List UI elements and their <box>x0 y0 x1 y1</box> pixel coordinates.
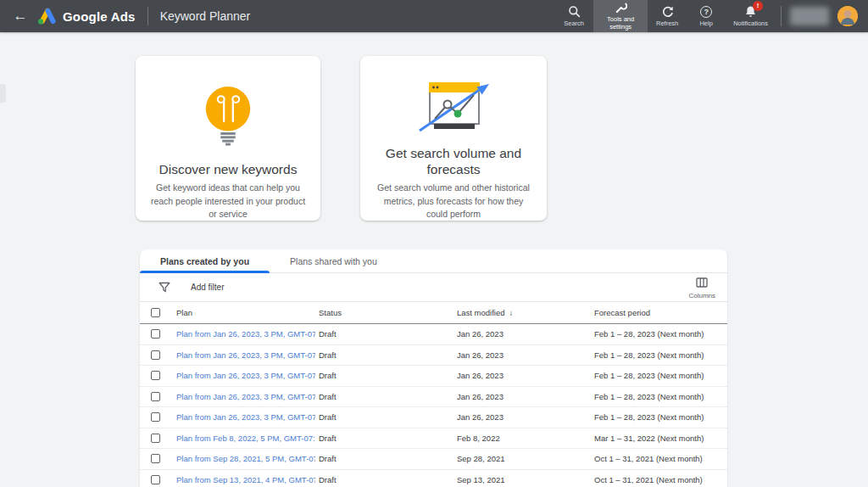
row-checkbox[interactable] <box>151 454 160 463</box>
wrench-icon <box>615 1 627 14</box>
card-description: Get search volume and other historical m… <box>360 182 547 221</box>
plan-forecast-period: Feb 1 – 28, 2023 (Next month) <box>591 350 727 360</box>
brand-name: Google Ads <box>63 9 136 24</box>
refresh-button[interactable]: Refresh <box>648 0 687 32</box>
avatar[interactable] <box>837 6 858 26</box>
plan-status: Draft <box>315 350 453 360</box>
add-filter-button[interactable]: Add filter <box>191 283 224 292</box>
row-checkbox[interactable] <box>151 329 160 339</box>
notifications-button[interactable]: ! Notifications <box>726 0 776 32</box>
select-all-checkbox[interactable] <box>151 308 160 317</box>
card-title: Discover new keywords <box>144 161 313 177</box>
plan-link[interactable]: Plan from Jan 26, 2023, 3 PM, GMT-07:00 <box>176 329 315 339</box>
plan-link[interactable]: Plan from Jan 26, 2023, 3 PM, GMT-07:00 <box>176 350 315 360</box>
plan-link[interactable]: Plan from Jan 26, 2023, 3 PM, GMT-07:00 <box>176 412 315 422</box>
row-checkbox[interactable] <box>151 434 160 443</box>
plan-last-modified: Jan 26, 2023 <box>453 350 591 360</box>
bell-icon: ! <box>744 5 757 18</box>
plans-tabbar: Plans created by you Plans shared with y… <box>140 249 727 273</box>
row-checkbox-cell <box>140 371 170 380</box>
table-row: Plan from Jan 26, 2023, 3 PM, GMT-07:00D… <box>140 387 727 408</box>
title-divider <box>147 7 148 25</box>
row-checkbox[interactable] <box>151 350 160 360</box>
plans-panel: Plans created by you Plans shared with y… <box>140 249 727 487</box>
column-header-last-modified[interactable]: Last modified↓ <box>453 308 591 317</box>
plan-last-modified: Feb 8, 2022 <box>453 434 591 443</box>
plan-link[interactable]: Plan from Jan 26, 2023, 3 PM, GMT-07:00 <box>176 392 315 401</box>
side-panel-handle[interactable] <box>0 84 6 103</box>
plan-link[interactable]: Plan from Sep 28, 2021, 5 PM, GMT-07:00 <box>176 454 315 463</box>
row-checkbox-cell <box>140 412 170 422</box>
discover-new-keywords-card[interactable]: Discover new keywords Get keyword ideas … <box>136 56 320 221</box>
account-info-redacted <box>790 7 829 25</box>
table-body: Plan from Jan 26, 2023, 3 PM, GMT-07:00D… <box>140 324 727 487</box>
column-header-plan[interactable]: Plan <box>170 308 315 317</box>
plan-last-modified: Sep 28, 2021 <box>453 454 591 463</box>
filter-funnel-icon[interactable] <box>159 282 170 294</box>
row-checkbox-cell <box>140 329 170 339</box>
column-header-status[interactable]: Status <box>315 308 453 317</box>
back-arrow-icon[interactable]: ← <box>8 4 32 28</box>
table-row: Plan from Sep 13, 2021, 4 PM, GMT-07:00D… <box>140 470 727 487</box>
tab-plans-created-by-you[interactable]: Plans created by you <box>140 249 270 272</box>
tab-plans-shared-with-you[interactable]: Plans shared with you <box>270 249 398 272</box>
plan-forecast-period: Feb 1 – 28, 2023 (Next month) <box>591 329 727 339</box>
row-checkbox-cell <box>140 454 170 463</box>
tools-and-settings-button[interactable]: Tools and settings <box>593 0 648 32</box>
row-checkbox[interactable] <box>151 412 160 422</box>
row-checkbox[interactable] <box>151 475 160 484</box>
plan-link[interactable]: Plan from Jan 26, 2023, 3 PM, GMT-07:00 <box>176 371 315 380</box>
row-checkbox-cell <box>140 434 170 443</box>
plan-forecast-period: Feb 1 – 28, 2023 (Next month) <box>591 412 727 422</box>
plan-forecast-period: Mar 1 – 31, 2022 (Next month) <box>591 434 727 443</box>
row-checkbox[interactable] <box>151 392 160 401</box>
plan-forecast-period: Oct 1 – 31, 2021 (Next month) <box>591 475 727 484</box>
plan-forecast-period: Feb 1 – 28, 2023 (Next month) <box>591 371 727 380</box>
google-ads-logo-icon <box>36 7 56 25</box>
get-search-volume-card[interactable]: Get search volume and forecasts Get sear… <box>360 56 547 221</box>
filter-bar: Add filter Columns <box>140 273 727 302</box>
plan-last-modified: Jan 26, 2023 <box>453 371 591 380</box>
plan-last-modified: Jan 26, 2023 <box>453 329 591 339</box>
table-row: Plan from Jan 26, 2023, 3 PM, GMT-07:00D… <box>140 366 727 387</box>
plan-link[interactable]: Plan from Sep 13, 2021, 4 PM, GMT-07:00 <box>176 475 315 484</box>
topbar-actions: Search Tools and settings Refresh ? Help… <box>554 0 868 32</box>
help-icon: ? <box>700 5 712 18</box>
page-title: Keyword Planner <box>160 9 251 23</box>
search-button[interactable]: Search <box>554 0 593 32</box>
card-description: Get keyword ideas that can help you reac… <box>136 182 320 221</box>
table-row: Plan from Sep 28, 2021, 5 PM, GMT-07:00D… <box>140 449 727 470</box>
table-row: Plan from Jan 26, 2023, 3 PM, GMT-07:00D… <box>140 407 727 428</box>
plan-status: Draft <box>315 412 453 422</box>
plan-link[interactable]: Plan from Feb 8, 2022, 5 PM, GMT-07:00 <box>176 434 315 443</box>
lightbulb-icon <box>198 78 258 156</box>
row-checkbox[interactable] <box>151 371 160 380</box>
sort-descending-icon: ↓ <box>509 308 514 317</box>
topbar-divider <box>781 6 782 26</box>
plan-forecast-period: Oct 1 – 31, 2021 (Next month) <box>591 454 727 463</box>
plan-status: Draft <box>315 475 453 484</box>
topbar-left: ← Google Ads Keyword Planner <box>0 0 250 32</box>
columns-icon <box>696 276 708 291</box>
row-checkbox-cell <box>140 350 170 360</box>
row-checkbox-cell <box>140 392 170 401</box>
plan-forecast-period: Feb 1 – 28, 2023 (Next month) <box>591 392 727 401</box>
plan-status: Draft <box>315 371 453 380</box>
select-all-cell <box>140 308 170 317</box>
plan-last-modified: Jan 26, 2023 <box>453 392 591 401</box>
plan-status: Draft <box>315 434 453 443</box>
top-app-bar: ← Google Ads Keyword Planner Search Tool… <box>0 0 868 32</box>
table-row: Plan from Jan 26, 2023, 3 PM, GMT-07:00D… <box>140 345 727 367</box>
row-checkbox-cell <box>140 475 170 484</box>
plan-last-modified: Sep 13, 2021 <box>453 475 591 484</box>
search-icon <box>568 5 581 18</box>
plan-status: Draft <box>315 392 453 401</box>
help-button[interactable]: ? Help <box>687 0 726 32</box>
plan-status: Draft <box>315 329 453 339</box>
columns-button[interactable]: Columns <box>688 276 715 299</box>
refresh-icon <box>661 5 674 18</box>
card-title: Get search volume and forecasts <box>360 145 547 178</box>
column-header-forecast-period[interactable]: Forecast period <box>591 308 727 317</box>
plan-status: Draft <box>315 454 453 463</box>
plan-last-modified: Jan 26, 2023 <box>453 412 591 422</box>
